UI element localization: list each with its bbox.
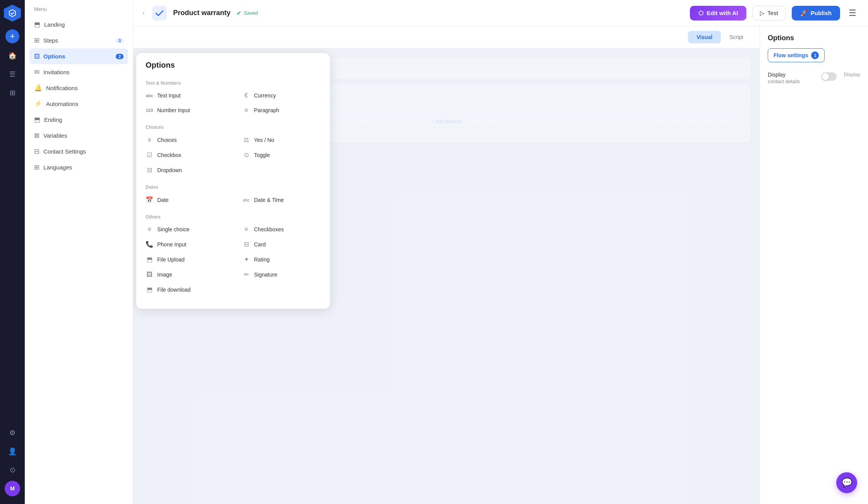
option-phone-input[interactable]: 📞 Phone Input	[136, 237, 233, 252]
sidebar-item-ending[interactable]: ⬒ Ending	[25, 112, 133, 128]
sidebar-item-label: Notifications	[46, 85, 78, 91]
option-image[interactable]: 🖼 Image	[136, 267, 233, 282]
option-label: Signature	[254, 272, 277, 278]
option-label: Dropdown	[157, 167, 182, 173]
home-icon[interactable]: 🏠	[5, 48, 20, 63]
flow-settings-label: Flow settings	[774, 52, 808, 58]
variables-icon: ⊠	[34, 132, 39, 140]
sidebar-item-steps[interactable]: ⊞ Steps 3	[25, 32, 133, 48]
content-area: Visual Script Flow settings Contract det…	[133, 26, 868, 504]
steps-icon: ⊞	[34, 36, 39, 44]
saved-label: Saved	[244, 10, 258, 16]
card-icon: ⊟	[242, 241, 250, 248]
option-row-11: ⬒ File download	[136, 282, 330, 297]
test-button[interactable]: ▷ Test	[753, 6, 786, 21]
option-toggle[interactable]: ⊙ Toggle	[233, 147, 330, 162]
option-yes-no[interactable]: ⚖ Yes / No	[233, 132, 330, 147]
yes-no-icon: ⚖	[242, 136, 250, 144]
option-card[interactable]: ⊟ Card	[233, 237, 330, 252]
option-file-upload[interactable]: ⬒ File Upload	[136, 252, 233, 267]
file-upload-icon: ⬒	[146, 256, 153, 263]
menu-button[interactable]: ☰	[846, 6, 859, 21]
options-badge: 2	[116, 54, 124, 59]
check-icon: ✔	[237, 10, 242, 17]
option-checkbox[interactable]: ☑ Checkbox	[136, 147, 233, 162]
option-checkboxes[interactable]: ≡ Checkboxes	[233, 222, 330, 237]
list-icon[interactable]: ☰	[5, 67, 20, 82]
display-label: Display	[768, 72, 817, 78]
flow-settings-count: 1	[811, 51, 819, 59]
sidebar-item-automations[interactable]: ⚡ Automations	[25, 96, 133, 112]
option-label: Single choice	[157, 226, 189, 232]
languages-icon: ⊞	[34, 163, 39, 171]
section-text-numbers-title: Text & Numbers	[136, 78, 330, 88]
options-icon: ⊡	[34, 52, 39, 60]
right-panel-title: Options	[768, 34, 860, 42]
option-row-3: ≡ Choices ⚖ Yes / No	[136, 132, 330, 147]
right-panel: Options Flow settings 1 Display contact …	[760, 26, 868, 504]
automations-icon: ⚡	[34, 100, 42, 108]
ai-icon: ⬡	[698, 10, 703, 17]
avatar-icon[interactable]: M	[5, 481, 20, 496]
option-paragraph[interactable]: ≡ Paragraph	[233, 103, 330, 118]
option-single-choice[interactable]: ≡ Single choice	[136, 222, 233, 237]
option-row-9: ⬒ File Upload ✦ Rating	[136, 252, 330, 267]
sidebar-item-languages[interactable]: ⊞ Languages	[25, 159, 133, 175]
option-rating[interactable]: ✦ Rating	[233, 252, 330, 267]
tab-visual[interactable]: Visual	[688, 31, 721, 43]
display-toggle[interactable]	[821, 72, 837, 81]
option-text-input[interactable]: abc Text Input	[136, 89, 233, 103]
sidebar-item-options[interactable]: ⊡ Options 2	[29, 48, 128, 64]
edit-ai-label: Edit with AI	[707, 10, 738, 16]
option-signature[interactable]: ✏ Signature	[233, 267, 330, 282]
option-date-time[interactable]: abc Date & Time	[233, 193, 330, 207]
option-dropdown[interactable]: ⊟ Dropdown	[136, 162, 242, 178]
sidebar-item-label: Options	[43, 53, 65, 60]
sidebar-item-notifications[interactable]: 🔔 Notifications	[25, 80, 133, 96]
checkbox-icon: ☑	[146, 151, 153, 159]
editor-area: Visual Script Flow settings Contract det…	[133, 26, 760, 504]
grid-icon[interactable]: ⊞	[5, 85, 20, 101]
sidebar-item-invitations[interactable]: ✉ Invitations	[25, 64, 133, 80]
option-label: Choices	[157, 137, 177, 143]
test-label: Test	[767, 10, 778, 16]
text-input-icon: abc	[146, 93, 153, 98]
option-file-download[interactable]: ⬒ File download	[136, 282, 242, 297]
invitations-icon: ✉	[34, 68, 39, 76]
topbar-logo	[152, 6, 167, 21]
sidebar-item-contact-settings[interactable]: ⊟ Contact Settings	[25, 144, 133, 159]
publish-label: Publish	[811, 10, 832, 16]
user-add-icon[interactable]: 👤	[5, 444, 20, 459]
option-choices[interactable]: ≡ Choices	[136, 133, 233, 147]
topbar: › Product warranty ✔ Saved ⬡ Edit with A…	[133, 0, 868, 26]
sidebar-item-label: Ending	[44, 116, 62, 123]
sidebar-item-label: Automations	[46, 101, 78, 107]
option-row-4: ☑ Checkbox ⊙ Toggle	[136, 147, 330, 162]
collapse-icon[interactable]: ›	[142, 10, 144, 17]
sidebar-item-label: Languages	[43, 164, 72, 171]
sidebar-item-variables[interactable]: ⊠ Variables	[25, 128, 133, 144]
option-label: Yes / No	[254, 137, 274, 143]
sidebar-item-landing[interactable]: ⬒ Landing	[25, 17, 133, 32]
option-label: Phone Input	[157, 241, 187, 248]
sidebar-item-label: Invitations	[43, 69, 70, 75]
help-icon[interactable]: ⊙	[5, 462, 20, 478]
icon-rail: + 🏠 ☰ ⊞ ⚙ 👤 ⊙ M	[0, 0, 25, 504]
flow-settings-badge[interactable]: Flow settings 1	[768, 48, 825, 62]
settings-icon[interactable]: ⚙	[5, 425, 20, 441]
canvas: Flow settings Contract details Type here…	[133, 48, 760, 504]
edit-ai-button[interactable]: ⬡ Edit with AI	[690, 6, 746, 21]
dropdown-icon: ⊟	[146, 166, 153, 174]
option-currency[interactable]: € Currency	[233, 88, 330, 103]
chat-bubble[interactable]: 💬	[836, 472, 857, 493]
option-number-input[interactable]: 123 Number Input	[136, 103, 233, 117]
tab-script[interactable]: Script	[721, 31, 752, 43]
section-others: Others ≡ Single choice ≡ Checkboxes	[136, 210, 330, 299]
publish-button[interactable]: 🚀 Publish	[792, 6, 840, 21]
option-date[interactable]: 📅 Date	[136, 192, 233, 207]
section-choices: Choices ≡ Choices ⚖ Yes / No	[136, 120, 330, 180]
display-sublabel: contact details	[768, 79, 817, 84]
choices-icon: ≡	[146, 137, 153, 144]
app-logo[interactable]	[4, 5, 21, 22]
add-button[interactable]: +	[5, 29, 19, 43]
